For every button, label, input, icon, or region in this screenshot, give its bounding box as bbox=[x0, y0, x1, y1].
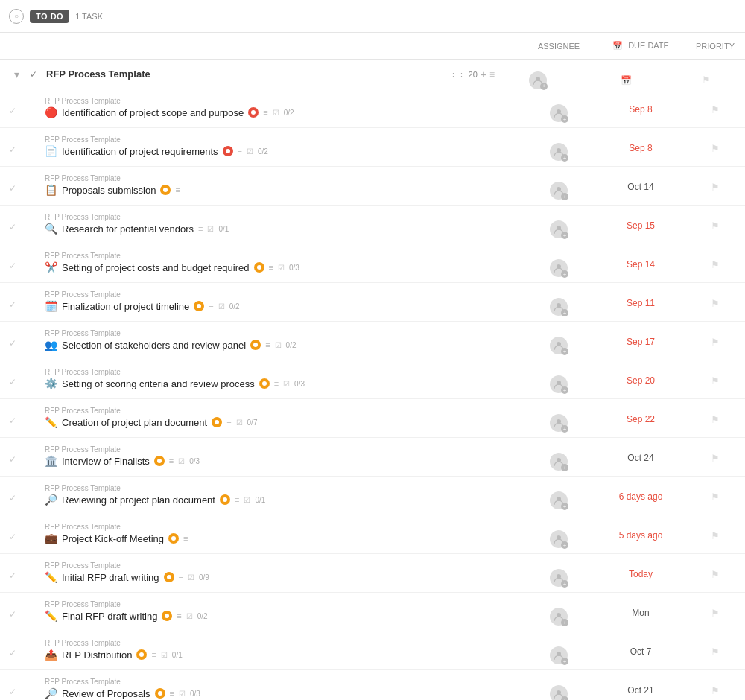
task-flag-icon[interactable]: ⚑ bbox=[711, 298, 720, 309]
task-avatar[interactable]: + bbox=[550, 298, 568, 316]
task-check-icon[interactable]: ✓ bbox=[9, 106, 16, 116]
add-task-assignee-icon[interactable]: + bbox=[561, 193, 568, 200]
task-flag-icon[interactable]: ⚑ bbox=[711, 143, 720, 154]
add-task-assignee-icon[interactable]: + bbox=[561, 232, 568, 239]
task-menu-icon[interactable]: ≡ bbox=[177, 611, 181, 620]
task-flag-icon[interactable]: ⚑ bbox=[711, 337, 720, 348]
task-menu-icon[interactable]: ≡ bbox=[198, 224, 203, 233]
task-menu-icon[interactable]: ≡ bbox=[209, 302, 213, 311]
task-check-icon[interactable]: ✓ bbox=[9, 648, 16, 658]
add-task-assignee-icon[interactable]: + bbox=[561, 464, 568, 471]
task-title[interactable]: Identification of project scope and purp… bbox=[62, 107, 244, 118]
add-task-assignee-icon[interactable]: + bbox=[561, 541, 568, 549]
task-flag-icon[interactable]: ⚑ bbox=[711, 375, 720, 386]
task-title[interactable]: Identification of project requirements bbox=[62, 146, 218, 157]
task-check-icon[interactable]: ✓ bbox=[9, 532, 16, 542]
task-title[interactable]: Finalization of project timeline bbox=[62, 301, 189, 312]
task-check-icon[interactable]: ✓ bbox=[9, 454, 16, 465]
task-flag-icon[interactable]: ⚑ bbox=[711, 220, 720, 232]
task-flag-icon[interactable]: ⚑ bbox=[711, 491, 720, 503]
task-menu-icon[interactable]: ≡ bbox=[238, 147, 242, 156]
add-task-inline-button[interactable]: + bbox=[481, 69, 486, 80]
task-check-icon[interactable]: ✓ bbox=[9, 687, 16, 697]
add-task-assignee-icon[interactable]: + bbox=[561, 309, 568, 316]
task-avatar[interactable]: + bbox=[550, 220, 568, 238]
task-check-icon[interactable]: ✓ bbox=[9, 609, 16, 620]
add-task-assignee-icon[interactable]: + bbox=[561, 154, 568, 162]
task-avatar[interactable]: + bbox=[550, 414, 568, 432]
add-task-assignee-icon[interactable]: + bbox=[561, 503, 568, 510]
task-check-icon[interactable]: ✓ bbox=[9, 144, 16, 155]
collapse-button[interactable]: ○ bbox=[9, 9, 24, 24]
task-flag-icon[interactable]: ⚑ bbox=[711, 414, 720, 425]
task-menu-icon[interactable]: ≡ bbox=[179, 573, 183, 582]
task-check-icon[interactable]: ✓ bbox=[9, 183, 16, 194]
task-avatar[interactable]: + bbox=[550, 685, 568, 700]
task-title[interactable]: Setting of project costs and budget requ… bbox=[62, 262, 250, 273]
task-avatar[interactable]: + bbox=[550, 337, 568, 354]
task-check-icon[interactable]: ✓ bbox=[9, 299, 16, 310]
task-avatar[interactable]: + bbox=[550, 259, 568, 277]
task-title[interactable]: Review of Proposals bbox=[62, 688, 150, 699]
task-title[interactable]: Creation of project plan document bbox=[62, 417, 207, 428]
task-avatar[interactable]: + bbox=[550, 453, 568, 471]
task-check-icon[interactable]: ✓ bbox=[9, 338, 16, 349]
task-avatar[interactable]: + bbox=[550, 569, 568, 587]
task-flag-icon[interactable]: ⚑ bbox=[711, 259, 720, 270]
task-title[interactable]: Selection of stakeholders and review pan… bbox=[62, 340, 246, 351]
task-menu-icon[interactable]: ≡ bbox=[151, 650, 156, 659]
task-title[interactable]: RFP Distribution bbox=[62, 649, 132, 661]
task-title[interactable]: Reviewing of project plan document bbox=[62, 494, 215, 506]
task-avatar[interactable]: + bbox=[550, 646, 568, 664]
add-task-assignee-icon[interactable]: + bbox=[561, 658, 568, 665]
task-title[interactable]: Project Kick-off Meeting bbox=[62, 533, 164, 544]
task-title[interactable]: Initial RFP draft writing bbox=[62, 572, 159, 583]
task-title[interactable]: Research for potential vendors bbox=[62, 223, 194, 235]
add-task-assignee-icon[interactable]: + bbox=[561, 115, 568, 123]
task-flag-icon[interactable]: ⚑ bbox=[711, 104, 720, 115]
task-check-icon[interactable]: ✓ bbox=[9, 222, 16, 232]
add-task-assignee-icon[interactable]: + bbox=[561, 386, 568, 394]
add-task-assignee-icon[interactable]: + bbox=[561, 580, 568, 588]
add-task-assignee-icon[interactable]: + bbox=[561, 348, 568, 355]
group-flag-icon[interactable]: ⚑ bbox=[702, 74, 711, 86]
task-title[interactable]: Final RFP draft writing bbox=[62, 611, 157, 622]
group-collapse-icon[interactable]: ▾ bbox=[14, 69, 19, 80]
task-menu-icon[interactable]: ≡ bbox=[265, 340, 270, 349]
task-menu-icon[interactable]: ≡ bbox=[175, 185, 180, 194]
task-avatar[interactable]: + bbox=[550, 491, 568, 509]
group-avatar[interactable]: + bbox=[529, 71, 547, 89]
group-menu-icon[interactable]: ≡ bbox=[489, 69, 495, 80]
task-title[interactable]: Proposals submission bbox=[62, 185, 156, 196]
task-flag-icon[interactable]: ⚑ bbox=[711, 182, 720, 193]
add-task-assignee-icon[interactable]: + bbox=[561, 619, 568, 626]
task-menu-icon[interactable]: ≡ bbox=[269, 263, 273, 272]
task-flag-icon[interactable]: ⚑ bbox=[711, 569, 720, 580]
task-flag-icon[interactable]: ⚑ bbox=[711, 530, 720, 541]
task-menu-icon[interactable]: ≡ bbox=[263, 108, 267, 117]
add-task-assignee-icon[interactable]: + bbox=[561, 270, 568, 278]
task-flag-icon[interactable]: ⚑ bbox=[711, 453, 720, 464]
task-menu-icon[interactable]: ≡ bbox=[170, 689, 174, 698]
task-check-icon[interactable]: ✓ bbox=[9, 493, 16, 503]
task-title[interactable]: Interview of Finalists bbox=[62, 456, 150, 467]
add-task-assignee-icon[interactable]: + bbox=[561, 696, 568, 700]
task-flag-icon[interactable]: ⚑ bbox=[711, 646, 720, 658]
task-menu-icon[interactable]: ≡ bbox=[183, 534, 188, 543]
task-flag-icon[interactable]: ⚑ bbox=[711, 685, 720, 696]
task-menu-icon[interactable]: ≡ bbox=[235, 495, 239, 504]
task-menu-icon[interactable]: ≡ bbox=[274, 379, 279, 388]
task-check-icon[interactable]: ✓ bbox=[9, 377, 16, 387]
task-avatar[interactable]: + bbox=[550, 143, 568, 161]
task-title[interactable]: Setting of scoring criteria and review p… bbox=[62, 378, 255, 389]
task-flag-icon[interactable]: ⚑ bbox=[711, 608, 720, 619]
task-check-icon[interactable]: ✓ bbox=[9, 261, 16, 271]
add-task-assignee-icon[interactable]: + bbox=[561, 425, 568, 433]
task-avatar[interactable]: + bbox=[550, 608, 568, 626]
task-menu-icon[interactable]: ≡ bbox=[226, 418, 231, 427]
add-assignee-icon[interactable]: + bbox=[540, 83, 548, 90]
task-avatar[interactable]: + bbox=[550, 530, 568, 548]
task-menu-icon[interactable]: ≡ bbox=[169, 456, 174, 465]
task-avatar[interactable]: + bbox=[550, 375, 568, 393]
task-avatar[interactable]: + bbox=[550, 104, 568, 122]
